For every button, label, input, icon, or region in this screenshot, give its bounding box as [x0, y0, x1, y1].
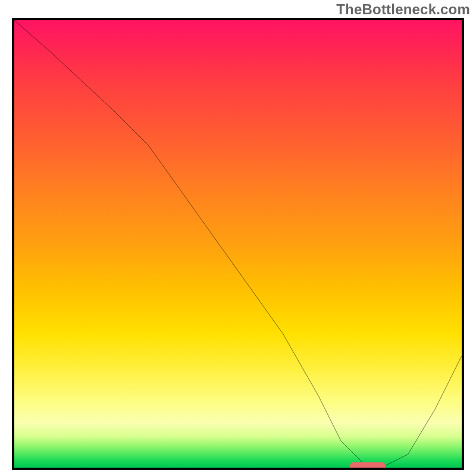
plot-area: [12, 18, 464, 470]
sweet-spot-marker: [350, 462, 386, 469]
watermark-text: TheBottleneck.com: [336, 1, 470, 18]
bottleneck-curve: [14, 20, 462, 468]
chart-frame: TheBottleneck.com: [0, 0, 476, 476]
